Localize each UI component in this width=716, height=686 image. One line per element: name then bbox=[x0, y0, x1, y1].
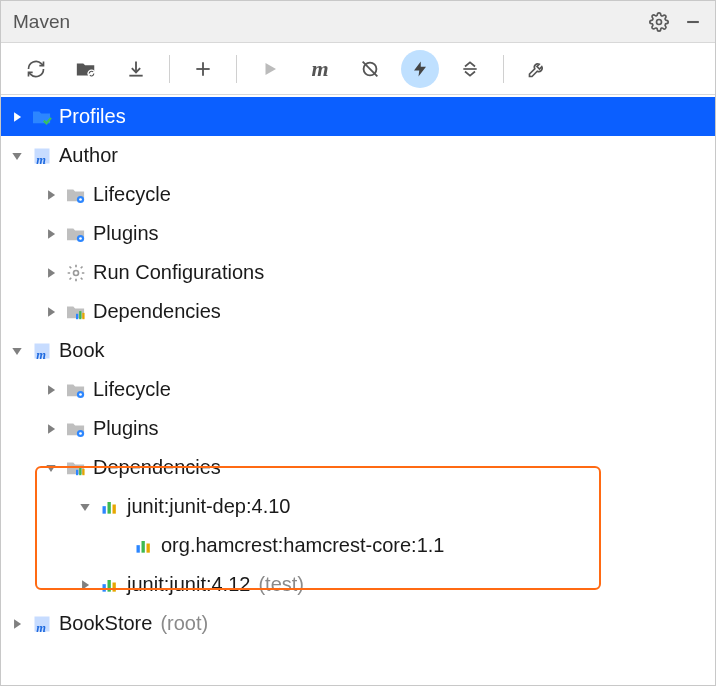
tree-node-book[interactable]: m Book bbox=[1, 331, 715, 370]
reload-icon[interactable] bbox=[17, 50, 55, 88]
maven-tool-window: Maven m bbox=[0, 0, 716, 686]
svg-marker-31 bbox=[48, 385, 55, 394]
node-label: Dependencies bbox=[93, 456, 221, 479]
plus-icon[interactable] bbox=[184, 50, 222, 88]
folder-gear-icon bbox=[65, 420, 87, 438]
maven-module-icon: m bbox=[31, 614, 53, 634]
svg-marker-10 bbox=[414, 61, 426, 76]
scope-label: (test) bbox=[258, 573, 304, 596]
maven-tree[interactable]: Profiles m Author bbox=[1, 95, 715, 643]
svg-rect-46 bbox=[142, 541, 145, 553]
offline-mode-icon[interactable] bbox=[401, 50, 439, 88]
chevron-right-icon[interactable] bbox=[41, 380, 61, 400]
svg-point-23 bbox=[74, 270, 79, 275]
node-label: Author bbox=[59, 144, 118, 167]
collapse-all-icon[interactable] bbox=[451, 50, 489, 88]
tree-container: Profiles m Author bbox=[1, 95, 715, 643]
svg-marker-7 bbox=[266, 63, 277, 75]
svg-rect-42 bbox=[103, 506, 106, 514]
chevron-right-icon[interactable] bbox=[41, 419, 61, 439]
dependency-bars-icon bbox=[99, 498, 121, 516]
node-label: Run Configurations bbox=[93, 261, 264, 284]
download-icon[interactable] bbox=[117, 50, 155, 88]
folder-gear-icon bbox=[65, 225, 87, 243]
chevron-down-icon[interactable] bbox=[75, 497, 95, 517]
folder-gear-icon bbox=[65, 381, 87, 399]
chevron-down-icon[interactable] bbox=[41, 458, 61, 478]
header-actions bbox=[649, 12, 703, 32]
svg-text:m: m bbox=[36, 348, 46, 361]
skip-tests-icon[interactable] bbox=[351, 50, 389, 88]
svg-marker-13 bbox=[12, 153, 21, 160]
tree-node-bookstore[interactable]: m BookStore (root) bbox=[1, 604, 715, 643]
svg-marker-37 bbox=[46, 465, 55, 472]
tree-node-book-lifecycle[interactable]: Lifecycle bbox=[1, 370, 715, 409]
svg-rect-50 bbox=[108, 580, 111, 592]
dependency-bars-icon bbox=[133, 537, 155, 555]
svg-marker-28 bbox=[12, 348, 21, 355]
chevron-right-icon[interactable] bbox=[75, 575, 95, 595]
tree-node-author-plugins[interactable]: Plugins bbox=[1, 214, 715, 253]
tree-node-author[interactable]: m Author bbox=[1, 136, 715, 175]
panel-header: Maven bbox=[1, 1, 715, 43]
chevron-none bbox=[109, 536, 129, 556]
svg-point-36 bbox=[79, 432, 82, 435]
chevron-right-icon[interactable] bbox=[41, 263, 61, 283]
toolbar: m bbox=[1, 43, 715, 95]
tree-node-book-deps[interactable]: Dependencies bbox=[1, 448, 715, 487]
run-icon[interactable] bbox=[251, 50, 289, 88]
svg-marker-12 bbox=[14, 112, 21, 121]
svg-rect-40 bbox=[82, 468, 84, 474]
folder-gear-icon bbox=[65, 186, 87, 204]
svg-marker-52 bbox=[14, 619, 21, 628]
toolbar-separator bbox=[236, 55, 237, 83]
node-label: Book bbox=[59, 339, 105, 362]
toolbar-separator bbox=[503, 55, 504, 83]
minimize-icon[interactable] bbox=[683, 12, 703, 32]
tree-node-author-lifecycle[interactable]: Lifecycle bbox=[1, 175, 715, 214]
folder-checked-icon bbox=[31, 108, 53, 126]
svg-rect-38 bbox=[76, 469, 78, 474]
svg-rect-25 bbox=[76, 313, 78, 318]
wrench-icon[interactable] bbox=[518, 50, 556, 88]
svg-marker-16 bbox=[48, 190, 55, 199]
chevron-right-icon[interactable] bbox=[7, 107, 27, 127]
svg-point-18 bbox=[79, 198, 82, 201]
svg-marker-41 bbox=[80, 504, 89, 511]
gear-icon[interactable] bbox=[649, 12, 669, 32]
tree-node-dep-junit[interactable]: junit:junit:4.12 (test) bbox=[1, 565, 715, 604]
chevron-down-icon[interactable] bbox=[7, 146, 27, 166]
svg-rect-26 bbox=[79, 311, 81, 319]
chevron-right-icon[interactable] bbox=[41, 224, 61, 244]
svg-rect-47 bbox=[147, 543, 150, 552]
root-label: (root) bbox=[160, 612, 208, 635]
tree-node-author-deps[interactable]: Dependencies bbox=[1, 292, 715, 331]
chevron-right-icon[interactable] bbox=[41, 302, 61, 322]
svg-rect-27 bbox=[82, 312, 84, 318]
dependency-bars-icon bbox=[99, 576, 121, 594]
panel-title: Maven bbox=[13, 11, 649, 33]
node-label: Lifecycle bbox=[93, 378, 171, 401]
svg-point-33 bbox=[79, 393, 82, 396]
node-label: BookStore bbox=[59, 612, 152, 635]
folder-bars-icon bbox=[65, 303, 87, 321]
svg-rect-44 bbox=[113, 504, 116, 513]
tree-node-dep-junit-dep[interactable]: junit:junit-dep:4.10 bbox=[1, 487, 715, 526]
maven-module-icon: m bbox=[31, 341, 53, 361]
tree-node-dep-hamcrest[interactable]: org.hamcrest:hamcrest-core:1.1 bbox=[1, 526, 715, 565]
svg-marker-24 bbox=[48, 307, 55, 316]
tree-node-profiles[interactable]: Profiles bbox=[1, 97, 715, 136]
node-label: Lifecycle bbox=[93, 183, 171, 206]
node-label: Plugins bbox=[93, 222, 159, 245]
node-label: org.hamcrest:hamcrest-core:1.1 bbox=[161, 534, 444, 557]
chevron-right-icon[interactable] bbox=[41, 185, 61, 205]
svg-rect-49 bbox=[103, 584, 106, 592]
chevron-down-icon[interactable] bbox=[7, 341, 27, 361]
tree-node-author-runconfig[interactable]: Run Configurations bbox=[1, 253, 715, 292]
tree-node-book-plugins[interactable]: Plugins bbox=[1, 409, 715, 448]
chevron-right-icon[interactable] bbox=[7, 614, 27, 634]
node-label: Plugins bbox=[93, 417, 159, 440]
maven-m-icon[interactable]: m bbox=[301, 50, 339, 88]
folder-refresh-icon[interactable] bbox=[67, 50, 105, 88]
svg-rect-45 bbox=[137, 545, 140, 553]
